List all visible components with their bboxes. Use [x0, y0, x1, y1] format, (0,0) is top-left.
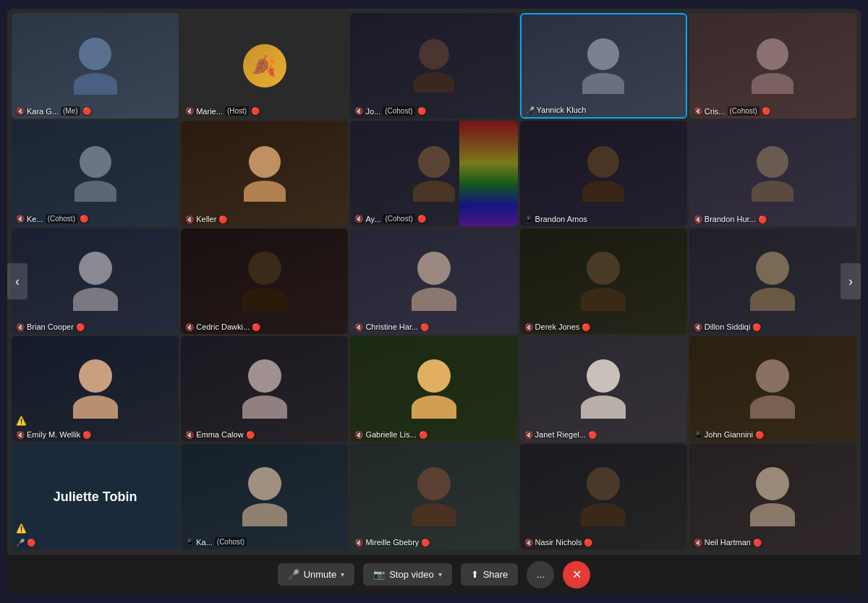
- unmute-chevron: ▾: [341, 570, 344, 578]
- tile-brian-cooper[interactable]: 🔇 Brian Cooper 🔴: [12, 228, 179, 334]
- tile-label-cris: 🔇 Cris... (Cohost) 🔴: [694, 106, 852, 116]
- tile-label-keller: 🔇 Keller 🔴: [185, 215, 344, 223]
- tile-label-brian-cooper: 🔇 Brian Cooper 🔴: [16, 322, 174, 331]
- tile-gabrielle[interactable]: 🔇 Gabrielle Lis... 🔴: [350, 336, 517, 442]
- share-icon: ⬆: [471, 569, 479, 580]
- tile-label-juliette: 🎤 🔴: [16, 539, 174, 547]
- tile-emily[interactable]: ⚠️ 🔇 Emily M. Wellik 🔴: [12, 336, 179, 442]
- tile-keller[interactable]: 🔇 Keller 🔴: [181, 121, 348, 226]
- tile-label-emma: 🔇 Emma Calow 🔴: [185, 430, 344, 439]
- tile-yannick[interactable]: 🎤 Yannick Kluch: [520, 13, 687, 119]
- tile-label-cedric: 🔇 Cedric Dawki... 🔴: [185, 322, 344, 331]
- prev-page-button[interactable]: ‹: [7, 263, 27, 299]
- tile-jo[interactable]: 🔇 Jo... (Cohost) 🔴: [350, 13, 517, 119]
- tile-emma[interactable]: 🔇 Emma Calow 🔴: [181, 336, 348, 442]
- tile-ka[interactable]: 📱 Ka... (Cohost): [181, 444, 348, 549]
- close-icon: ✕: [572, 568, 582, 581]
- tile-label-dillon: 🔇 Dillon Siddiqi 🔴: [694, 322, 852, 331]
- video-grid: 🔇 Kara G... (Me) 🔴 🍂 🔇 Marie... (Host) 🔴: [7, 9, 861, 554]
- tile-juliette[interactable]: Juliette Tobin ⚠️ 🎤 🔴: [12, 444, 179, 549]
- video-icon: 📷: [373, 569, 385, 580]
- unmute-button[interactable]: 🎤 Unmute ▾: [278, 563, 355, 586]
- tile-nasir[interactable]: 🔇 Nasir Nichols 🔴: [520, 444, 687, 549]
- tile-label-derek: 🔇 Derek Jones 🔴: [524, 322, 683, 331]
- tile-label-christine: 🔇 Christine Har... 🔴: [354, 322, 513, 331]
- tile-label-mireille: 🔇 Mireille Gbebry 🔴: [354, 538, 513, 547]
- more-button[interactable]: ...: [527, 561, 554, 589]
- tile-derek[interactable]: 🔇 Derek Jones 🔴: [520, 228, 687, 334]
- mic-icon: 🔇: [16, 107, 25, 115]
- tile-label-brandon-hur: 🔇 Brandon Hur... 🔴: [694, 215, 852, 223]
- tile-label-yannick: 🎤 Yannick Kluch: [526, 106, 681, 114]
- meeting-toolbar: 🎤 Unmute ▾ 📷 Stop video ▾ ⬆ Share ... ✕: [7, 554, 861, 594]
- end-meeting-button[interactable]: ✕: [563, 561, 590, 589]
- tile-label-ka: 📱 Ka... (Cohost): [185, 537, 344, 547]
- warning-icon-juliette: ⚠️: [16, 523, 27, 534]
- tile-mireille[interactable]: 🔇 Mireille Gbebry 🔴: [350, 444, 517, 549]
- tile-label-kara: 🔇 Kara G... (Me) 🔴: [16, 106, 174, 116]
- tile-label-john: 📱 John Giannini 🔴: [694, 430, 852, 439]
- tile-label-nasir: 🔇 Nasir Nichols 🔴: [524, 538, 683, 547]
- tile-kara[interactable]: 🔇 Kara G... (Me) 🔴: [12, 13, 179, 119]
- tile-label-marie: 🔇 Marie... (Host) 🔴: [185, 106, 344, 116]
- tile-cedric[interactable]: 🔇 Cedric Dawki... 🔴: [181, 228, 348, 334]
- next-page-button[interactable]: ›: [841, 263, 861, 299]
- tile-brandon-hur[interactable]: 🔇 Brandon Hur... 🔴: [689, 121, 856, 226]
- tile-cris[interactable]: 🔇 Cris... (Cohost) 🔴: [689, 13, 856, 119]
- share-button[interactable]: ⬆ Share: [461, 563, 519, 586]
- tile-dillon[interactable]: 🔇 Dillon Siddiqi 🔴: [689, 228, 856, 334]
- unmute-icon: 🎤: [288, 569, 299, 580]
- video-chevron: ▾: [438, 570, 442, 578]
- stop-video-button[interactable]: 📷 Stop video ▾: [363, 563, 451, 586]
- tile-ay[interactable]: 🔇 Ay... (Cohost) 🔴: [350, 121, 517, 226]
- tile-label-brandon-amos: 📱 Brandon Amos: [524, 215, 683, 223]
- tile-brandon-amos[interactable]: 📱 Brandon Amos: [520, 121, 687, 226]
- tile-label-ay: 🔇 Ay... (Cohost) 🔴: [354, 214, 513, 223]
- tile-label-jo: 🔇 Jo... (Cohost) 🔴: [354, 106, 513, 116]
- tile-label-emily: 🔇 Emily M. Wellik 🔴: [16, 430, 174, 439]
- tile-label-neil: 🔇 Neil Hartman 🔴: [694, 538, 852, 547]
- tile-label-gabrielle: 🔇 Gabrielle Lis... 🔴: [354, 430, 513, 439]
- tile-john[interactable]: 📱 John Giannini 🔴: [689, 336, 856, 442]
- tile-neil[interactable]: 🔇 Neil Hartman 🔴: [689, 444, 856, 549]
- tile-marie[interactable]: 🍂 🔇 Marie... (Host) 🔴: [181, 13, 348, 119]
- tile-ke[interactable]: 🔇 Ke... (Cohost) 🔴: [12, 121, 179, 226]
- meeting-container: 🔇 Kara G... (Me) 🔴 🍂 🔇 Marie... (Host) 🔴: [7, 9, 861, 594]
- tile-label-ke: 🔇 Ke... (Cohost) 🔴: [16, 214, 174, 223]
- tile-christine[interactable]: 🔇 Christine Har... 🔴: [350, 228, 517, 334]
- tile-janet[interactable]: 🔇 Janet Riegel... 🔴: [520, 336, 687, 442]
- tile-label-janet: 🔇 Janet Riegel... 🔴: [524, 430, 683, 439]
- warning-icon: ⚠️: [16, 416, 27, 426]
